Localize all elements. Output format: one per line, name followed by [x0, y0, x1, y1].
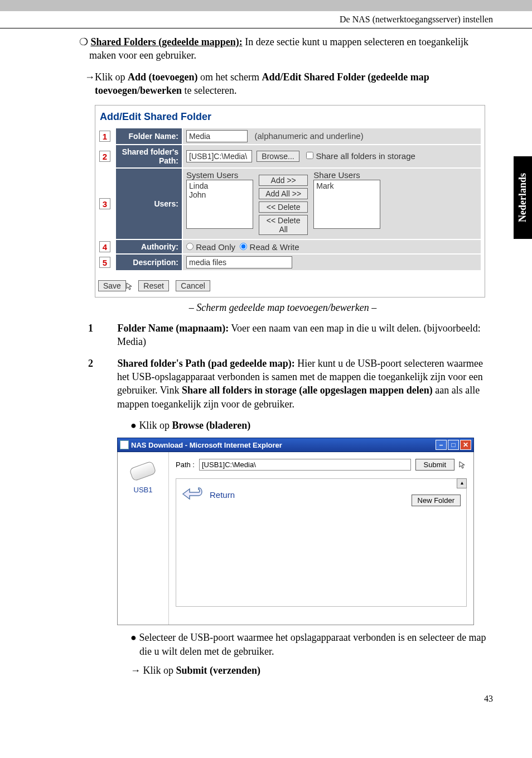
authority-label: Authority: — [116, 240, 182, 253]
return-arrow-icon[interactable] — [182, 486, 205, 503]
screenshot1-caption: – Scherm gedeelde map toevoegen/bewerken… — [72, 302, 493, 314]
item-1-title: Folder Name (mapnaam): — [118, 323, 229, 334]
sub-browse-pre: Klik op — [139, 420, 172, 431]
item-1: 1 Folder Name (mapnaam): Voer een naam v… — [72, 322, 493, 349]
top-gray-strip — [0, 0, 532, 11]
add-button[interactable]: Add >> — [259, 175, 308, 186]
add-edit-shared-folder-screenshot: Add/Edit Shared Folder 1 Folder Name: Me… — [95, 105, 485, 298]
callout-5: 5 — [99, 257, 110, 268]
scroll-up-button[interactable]: ▴ — [457, 478, 467, 488]
minimize-button[interactable]: – — [436, 440, 447, 450]
folder-name-label: Folder Name: — [116, 128, 182, 144]
system-user-john[interactable]: John — [189, 190, 250, 199]
path-input-ie[interactable]: [USB1]C:\Media\ — [199, 459, 411, 471]
arrow-right-icon-2: → — [130, 665, 141, 676]
window-titlebar: NAS Download - Microsoft Internet Explor… — [117, 438, 474, 452]
share-all-label: Share all folders in storage — [316, 151, 415, 161]
delete-button[interactable]: << Delete — [259, 202, 308, 213]
maximize-button[interactable]: □ — [448, 440, 459, 450]
nas-download-window: NAS Download - Microsoft Internet Explor… — [117, 438, 474, 625]
sub-browse-bold: Browse (bladeren) — [172, 420, 250, 431]
sub-browse: ● Klik op Browse (bladeren) — [72, 419, 493, 432]
share-all-checkbox[interactable] — [306, 152, 313, 159]
running-header: De NAS (netwerktoegangsserver) instellen — [0, 11, 532, 28]
add-label: Add (toevoegen) — [128, 71, 197, 83]
shared-folders-intro: ❍ Shared Folders (gedeelde mappen): In d… — [72, 35, 493, 63]
path-label: Shared folder's Path: — [116, 145, 182, 167]
folder-list-area: ▴ Return New Folder — [176, 478, 467, 607]
new-folder-button[interactable]: New Folder — [412, 495, 461, 506]
bullet-circle: ❍ — [79, 36, 88, 47]
sub-submit-pre: Klik op — [141, 665, 176, 676]
usb1-label[interactable]: USB1 — [118, 486, 168, 494]
share-user-mark[interactable]: Mark — [316, 181, 378, 190]
folder-name-hint: (alphanumeric and underline) — [255, 131, 364, 141]
share-users-heading: Share Users — [313, 170, 380, 180]
usb-sidebar: USB1 — [118, 452, 169, 625]
sub-submit-bold: Submit (verzenden) — [176, 665, 261, 676]
item-2-title: Shared folder's Path (pad gedeelde map): — [118, 358, 295, 369]
ie-page-icon — [120, 440, 129, 449]
item-2-number: 2 — [103, 357, 115, 370]
sub-select-usb: ● Selecteer de USB-poort waarmee het ops… — [72, 631, 493, 658]
description-label: Description: — [116, 255, 182, 270]
read-only-radio[interactable] — [186, 243, 194, 250]
callout-4: 4 — [99, 241, 110, 252]
return-link[interactable]: Return — [210, 490, 235, 500]
path-input[interactable]: [USB1]C:\Media\ — [186, 150, 252, 162]
callout-1: 1 — [99, 131, 110, 142]
sub-submit: → Klik op Submit (verzenden) — [72, 664, 493, 677]
system-user-linda[interactable]: Linda — [189, 181, 250, 190]
read-write-label: Read & Write — [250, 242, 299, 252]
step-pre: Klik op — [95, 71, 128, 83]
save-button[interactable]: Save — [98, 280, 126, 291]
read-only-label: Read Only — [196, 242, 235, 252]
path-label-ie: Path : — [176, 460, 195, 469]
callout-2: 2 — [99, 151, 110, 162]
arrow-right-icon: → — [85, 71, 95, 83]
submit-button[interactable]: Submit — [415, 459, 454, 471]
description-input[interactable]: media files — [186, 256, 292, 268]
delete-all-button[interactable]: << Delete All — [259, 215, 308, 235]
system-users-listbox[interactable]: Linda John — [186, 180, 253, 229]
callout-3: 3 — [99, 198, 110, 209]
cancel-button[interactable]: Cancel — [176, 280, 210, 291]
reset-button[interactable]: Reset — [138, 280, 169, 291]
item-2: 2 Shared folder's Path (pad gedeelde map… — [72, 357, 493, 411]
usb-plug-icon — [129, 460, 157, 482]
dialog-title: Add/Edit Shared Folder — [95, 105, 485, 127]
item-2-bold2: Share all folders in storage (alle opges… — [182, 385, 433, 396]
browse-button[interactable]: Browse... — [257, 151, 299, 162]
users-label: Users: — [116, 169, 182, 239]
page-number: 43 — [0, 683, 532, 721]
cursor-icon — [126, 282, 134, 290]
close-button[interactable]: ✕ — [460, 440, 471, 450]
share-users-listbox[interactable]: Mark — [313, 180, 380, 229]
step-mid: om het scherm — [198, 71, 262, 83]
language-side-tab: Nederlands — [514, 156, 532, 239]
item-1-number: 1 — [103, 322, 115, 335]
sub-select-usb-text: Selecteer de USB-poort waarmee het opsla… — [139, 632, 486, 656]
cursor-icon-2 — [459, 461, 467, 469]
add-all-button[interactable]: Add All >> — [259, 188, 308, 199]
step-post: te selecteren. — [182, 85, 236, 96]
system-users-heading: System Users — [186, 170, 253, 180]
read-write-radio[interactable] — [240, 243, 247, 250]
window-title: NAS Download - Microsoft Internet Explor… — [129, 441, 434, 449]
click-add-step: →Klik op Add (toevoegen) om het scherm A… — [72, 70, 493, 98]
shared-folders-heading: Shared Folders (gedeelde mappen): — [91, 36, 243, 47]
folder-name-input[interactable]: Media — [186, 130, 248, 142]
